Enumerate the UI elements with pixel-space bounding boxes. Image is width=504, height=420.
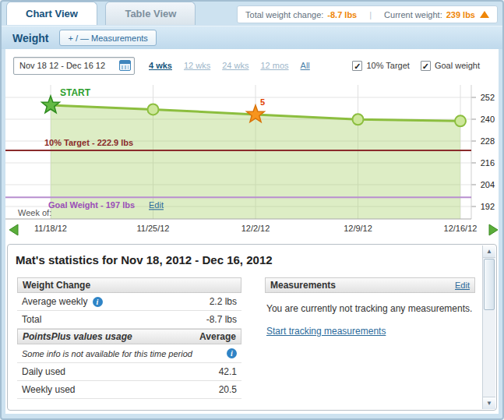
tab-bar: Chart View Table View Total weight chang… [2,2,502,26]
scrollbar-up-button[interactable]: ▲ [483,245,495,258]
measurements-header: Measurements Edit [265,277,475,293]
x-axis-label: 12/9/12 [344,224,372,233]
total-weight-change-value: -8.7 lbs [327,10,357,19]
weight-chart-svg: 25224022821620419210% Target - 222.9 lbs… [5,79,502,242]
current-weight-label: Current weight: [384,10,442,19]
usage-notice-text: Some info is not available for this time… [22,349,192,358]
target-line-label: 10% Target - 222.9 lbs [44,138,133,147]
total-weight-change-label: Total weight change: [245,10,323,19]
period-12mos-link[interactable]: 12 mos [260,61,288,70]
usage-notice-row: Some info is not available for this time… [17,344,241,363]
goal-weight-checkmark[interactable]: ✓ [421,61,431,71]
x-axis-label: 11/18/12 [34,224,67,233]
start-tracking-measurements-link[interactable]: Start tracking measurements [266,326,386,337]
measurements-section: Measurements Edit You are currently not … [265,277,475,337]
milestone-count-label: 5 [260,97,265,107]
period-24wks-link[interactable]: 24 wks [222,61,248,70]
total-label: Total [22,314,41,325]
weight-change-header-label: Weight Change [23,280,90,291]
current-weight-value: 239 lbs [446,10,475,19]
tab-chart-view-label: Chart View [26,8,78,19]
statistics-panel: Mat's statistics for Nov 18, 2012 - Dec … [7,244,497,411]
measurements-header-label: Measurements [270,280,336,291]
y-axis-label: 192 [481,202,495,211]
x-axis-label: 12/16/12 [444,224,478,233]
weekly-used-row: Weekly used 20.5 [17,381,241,399]
weight-change-section: Weight Change Average weekly i 2.2 lbs T… [17,277,241,399]
ten-percent-target-checkmark[interactable]: ✓ [352,61,362,71]
average-weekly-row: Average weekly i 2.2 lbs [17,293,241,311]
measurements-toggle-button[interactable]: + / — Measurements [59,30,156,46]
measurements-empty-text: You are currently not tracking any measu… [266,303,474,314]
chart-view-content: Nov 18 12 - Dec 16 12 4 wks 12 wks 24 wk… [5,49,499,414]
stats-scrollbar[interactable]: ▲ ▼ [482,245,495,409]
data-point [455,115,466,126]
tab-table-view-label: Table View [125,8,176,19]
tab-table-view[interactable]: Table View [105,2,196,25]
daily-used-label: Daily used [22,366,65,377]
start-label: START [60,87,91,98]
data-point [148,104,159,115]
goal-weight-checkbox[interactable]: ✓ Goal weight [421,61,480,71]
chart-next-button[interactable] [489,224,498,235]
statistics-title: Mat's statistics for Nov 18, 2012 - Dec … [8,245,496,266]
weight-change-header: Weight Change [17,277,241,293]
pointsplus-usage-label: PointsPlus values usage [23,331,132,342]
weight-section-bar: Weight + / — Measurements [2,26,502,49]
chart-controls: Nov 18 12 - Dec 16 12 4 wks 12 wks 24 wk… [5,49,499,79]
daily-used-value: 42.1 [219,366,237,377]
measurements-edit-link[interactable]: Edit [455,281,470,290]
y-axis-label: 240 [481,115,495,124]
goal-weight-edit-link[interactable]: Edit [149,200,164,210]
ten-percent-target-checkbox[interactable]: ✓ 10% Target [352,61,409,71]
week-of-label: Week of: [18,208,51,217]
y-axis-label: 228 [481,136,495,146]
period-4wks-link[interactable]: 4 wks [149,61,172,70]
average-weekly-label: Average weekly [22,296,88,307]
pointsplus-usage-average-label: Average [199,331,236,342]
pointsplus-usage-header: PointsPlus values usage Average [17,329,241,344]
scrollbar-thumb[interactable] [484,259,495,310]
weight-section-title: Weight [12,32,48,44]
total-value: -8.7 lbs [206,314,237,325]
weight-chart: 25224022821620419210% Target - 222.9 lbs… [5,79,502,242]
scale-icon [480,11,489,18]
x-axis-label: 11/25/12 [136,224,169,233]
period-all-link[interactable]: All [301,61,310,70]
weekly-used-value: 20.5 [219,384,237,395]
y-axis-label: 252 [481,93,495,102]
info-icon[interactable]: i [227,348,237,358]
summary-divider: | [369,10,372,19]
daily-used-row: Daily used 42.1 [17,363,241,381]
scrollbar-down-button[interactable]: ▼ [483,397,495,409]
total-row: Total -8.7 lbs [17,311,241,329]
date-range-picker[interactable]: Nov 18 12 - Dec 16 12 [13,57,135,75]
average-weekly-value: 2.2 lbs [210,296,237,307]
data-point [353,114,364,125]
weight-tracker-window: Chart View Table View Total weight chang… [0,0,504,420]
info-icon[interactable]: i [93,297,103,307]
chart-prev-button[interactable] [9,224,18,235]
y-axis-label: 216 [481,158,495,168]
period-12wks-link[interactable]: 12 wks [184,61,210,70]
period-links: 4 wks 12 wks 24 wks 12 mos All [149,61,322,70]
summary-bar: Total weight change: -8.7 lbs | Current … [237,5,498,23]
goal-weight-checkbox-label: Goal weight [435,61,480,70]
y-axis-label: 204 [481,180,495,189]
goal-line-label: Goal Weight - 197 lbs [48,200,135,210]
calendar-icon[interactable] [119,60,131,71]
date-range-value: Nov 18 12 - Dec 16 12 [19,61,105,70]
ten-percent-target-label: 10% Target [366,61,409,70]
x-axis-label: 12/2/12 [241,224,270,233]
weekly-used-label: Weekly used [22,384,75,395]
tab-chart-view[interactable]: Chart View [6,2,97,25]
